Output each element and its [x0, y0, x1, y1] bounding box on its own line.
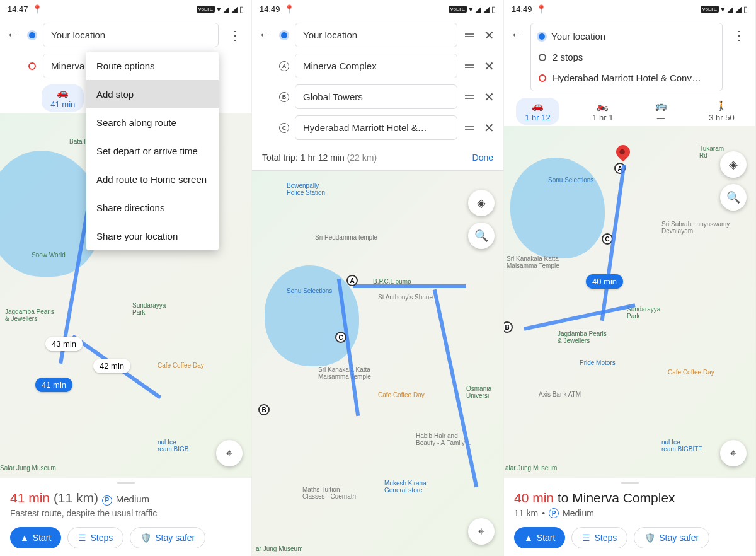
menu-share-location[interactable]: Share your location [86, 222, 219, 250]
menu-set-depart-arrive[interactable]: Set depart or arrive time [86, 137, 219, 165]
route-time-bubble-selected[interactable]: 40 min [586, 274, 623, 289]
overflow-menu-button[interactable]: ⋮ [729, 28, 749, 43]
sheet-handle[interactable] [621, 482, 639, 484]
back-button[interactable]: ← [6, 26, 20, 43]
navigate-icon: ▲ [20, 533, 29, 543]
route-time-bubble[interactable]: 42 min [93, 359, 130, 373]
overflow-menu-button[interactable]: ⋮ [225, 28, 245, 43]
map-stop-b: B [258, 404, 270, 415]
start-button[interactable]: ▲Start [514, 527, 565, 548]
steps-label: Steps [594, 533, 617, 543]
safer-label: Stay safer [659, 533, 699, 543]
origin-input[interactable]: Your location [43, 23, 219, 47]
back-button[interactable]: ← [258, 26, 272, 43]
parking-level: Medium [563, 508, 594, 518]
steps-button[interactable]: ☰Steps [571, 527, 627, 548]
back-button[interactable]: ← [510, 26, 524, 43]
layers-fab[interactable]: ◈ [468, 190, 495, 216]
directions-header: ← Your location Minerva Comp Route optio… [0, 18, 251, 83]
parking-level: Medium [116, 494, 149, 504]
status-time: 14:49 [260, 4, 280, 14]
origin-input[interactable]: Your location [295, 23, 457, 47]
my-location-fab[interactable]: ⌖ [720, 440, 747, 466]
poi-label: St Anthony's Shrine [378, 294, 433, 301]
stop-b-input[interactable]: Global Towers [295, 84, 457, 109]
origin-dot-icon [281, 32, 287, 38]
car-icon: 🚗 [532, 100, 544, 112]
layers-fab[interactable]: ◈ [720, 151, 747, 178]
mode-walk[interactable]: 🚶3 hr 50 [700, 98, 743, 125]
route-sheet[interactable]: 41 min (11 km) P Medium Fastest route, d… [0, 478, 251, 556]
stop-a-input[interactable]: Minerva Complex [295, 54, 457, 78]
route-summary-input[interactable]: Your location 2 stops Hyderabad Marriott… [530, 23, 723, 91]
signal-icon-2: ◢ [231, 4, 238, 14]
poi-label: Cafe Coffee Day [158, 362, 204, 369]
mode-car-time: 1 hr 12 [525, 113, 550, 122]
poi-label: nul Ice ream BIGB [158, 439, 188, 453]
reorder-handle[interactable] [462, 95, 476, 99]
mode-car[interactable]: 🚗1 hr 12 [516, 98, 559, 125]
mode-transit[interactable]: 🚌— [646, 98, 676, 125]
menu-add-home-screen[interactable]: Add route to Home screen [86, 165, 219, 194]
remove-stop-button[interactable]: ✕ [481, 59, 497, 74]
remove-stop-button[interactable]: ✕ [481, 120, 497, 136]
poi-label: Pride Motors [580, 359, 616, 366]
start-label: Start [33, 533, 52, 543]
my-location-fab[interactable]: ⌖ [216, 440, 243, 466]
volte-badge: VoLTE [197, 6, 215, 13]
destination-pin-icon [28, 62, 36, 70]
route-time-bubble[interactable]: 43 min [45, 337, 83, 351]
poi-label: Sri Kanakala Katta Maisamma Temple [318, 366, 371, 380]
steps-button[interactable]: ☰Steps [67, 527, 123, 548]
mode-car-time: 41 min [50, 100, 75, 109]
poi-label: Sonu Selections [548, 177, 593, 183]
route-subline: 11 km • P Medium [514, 508, 745, 518]
done-button[interactable]: Done [472, 153, 493, 163]
route-time: 41 min [10, 490, 50, 505]
map-stop-c: C [335, 332, 346, 343]
route-time: 40 min [514, 490, 554, 505]
route-sheet[interactable]: 40 min to Minerva Complex 11 km • P Medi… [504, 478, 755, 556]
poi-label: Tukaram Rd [699, 145, 724, 159]
route-time-bubble-selected[interactable]: 41 min [35, 378, 72, 392]
wifi-icon: ▾ [217, 4, 221, 14]
origin-dot-icon [29, 32, 35, 38]
parking-icon: P [102, 495, 112, 506]
reorder-handle[interactable] [462, 64, 476, 68]
start-button[interactable]: ▲Start [10, 527, 61, 548]
reorder-handle[interactable] [462, 126, 476, 130]
start-label: Start [537, 533, 556, 543]
map-stop-a: A [346, 275, 358, 286]
signal-icon: ◢ [223, 4, 229, 14]
mode-walk-time: 3 hr 50 [709, 113, 734, 122]
mode-car[interactable]: 🚗 41 min [42, 84, 84, 112]
sheet-handle[interactable] [117, 482, 135, 484]
search-fab[interactable]: 🔍 [720, 184, 747, 211]
volte-badge: VoLTE [701, 6, 719, 13]
stay-safer-button[interactable]: 🛡️Stay safer [634, 527, 709, 548]
menu-search-along-route[interactable]: Search along route [86, 108, 219, 137]
map[interactable]: A C B Sonu Selections Tukaram Rd Sri Sub… [504, 126, 755, 478]
route-actions: ▲Start ☰Steps 🛡️Stay safer [514, 527, 745, 548]
stop-c-input[interactable]: Hyderabad Marriott Hotel &… [295, 115, 457, 140]
stay-safer-button[interactable]: 🛡️Stay safer [130, 527, 205, 548]
remove-stop-button[interactable]: ✕ [481, 90, 497, 105]
search-fab[interactable]: 🔍 [468, 223, 495, 249]
menu-route-options[interactable]: Route options [86, 52, 219, 80]
signal-icon-2: ◢ [735, 4, 742, 14]
location-icon: 📍 [32, 4, 42, 14]
mode-motorcycle[interactable]: 🏍️1 hr 1 [583, 98, 622, 125]
menu-share-directions[interactable]: Share directions [86, 194, 219, 222]
map-stop-b: B [504, 321, 513, 333]
destination-text: Hyderabad Marriott Hotel & Conv… [553, 72, 714, 83]
overflow-menu-popup: Route options Add stop Search along rout… [86, 52, 219, 250]
wifi-icon: ▾ [469, 4, 473, 14]
my-location-fab[interactable]: ⌖ [468, 518, 495, 545]
remove-stop-button[interactable]: ✕ [481, 28, 497, 43]
list-icon: ☰ [582, 533, 590, 543]
route-distance: 11 km [514, 508, 538, 518]
route-actions: ▲Start ☰Steps 🛡️Stay safer [10, 527, 241, 548]
map[interactable]: Bowenpally Police Station Sri Peddamma t… [252, 171, 503, 556]
menu-add-stop[interactable]: Add stop [86, 80, 219, 108]
reorder-handle[interactable] [462, 33, 476, 37]
